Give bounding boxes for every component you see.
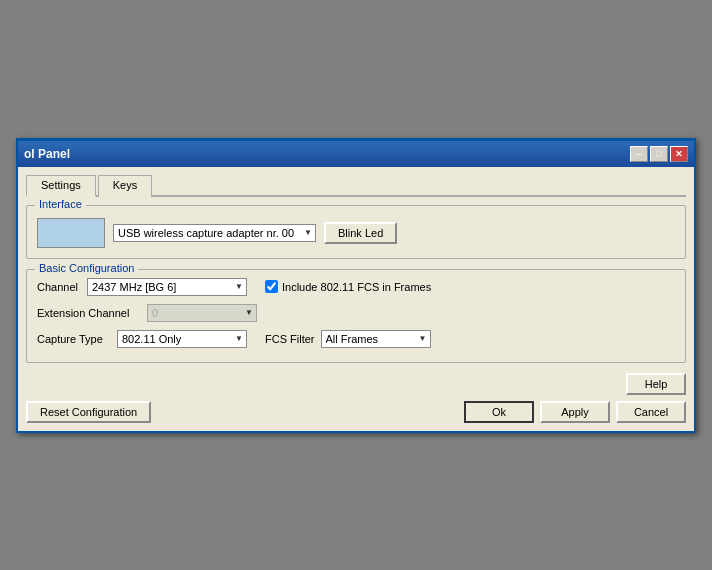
fcs-filter-select[interactable]: All Frames bbox=[321, 330, 431, 348]
fcs-filter-label: FCS Filter bbox=[265, 333, 315, 345]
bottom-buttons: Reset Configuration Ok Apply Cancel bbox=[26, 401, 686, 423]
tab-bar: Settings Keys bbox=[26, 173, 686, 197]
blink-led-button[interactable]: Blink Led bbox=[324, 222, 397, 244]
ok-button[interactable]: Ok bbox=[464, 401, 534, 423]
basic-config-label: Basic Configuration bbox=[35, 262, 138, 274]
basic-config-group: Basic Configuration Channel 2437 MHz [BG… bbox=[26, 269, 686, 363]
close-button[interactable]: ✕ bbox=[670, 146, 688, 162]
cancel-button[interactable]: Cancel bbox=[616, 401, 686, 423]
capture-type-label: Capture Type bbox=[37, 333, 117, 345]
adapter-preview bbox=[37, 218, 105, 248]
reset-button[interactable]: Reset Configuration bbox=[26, 401, 151, 423]
capture-type-select[interactable]: 802.11 Only bbox=[117, 330, 247, 348]
adapter-select-wrapper: USB wireless capture adapter nr. 00 bbox=[113, 224, 316, 242]
maximize-button[interactable]: □ bbox=[650, 146, 668, 162]
help-button[interactable]: Help bbox=[626, 373, 686, 395]
interface-group-label: Interface bbox=[35, 198, 86, 210]
include-fcs-checkbox[interactable] bbox=[265, 280, 278, 293]
include-fcs-label: Include 802.11 FCS in Frames bbox=[282, 281, 431, 293]
interface-group: Interface USB wireless capture adapter n… bbox=[26, 205, 686, 259]
title-bar: ol Panel ─ □ ✕ bbox=[18, 141, 694, 167]
channel-label: Channel bbox=[37, 281, 87, 293]
fcs-filter-wrapper: All Frames bbox=[321, 330, 431, 348]
title-bar-buttons: ─ □ ✕ bbox=[630, 146, 688, 162]
capture-type-wrapper: 802.11 Only bbox=[117, 330, 247, 348]
adapter-select[interactable]: USB wireless capture adapter nr. 00 bbox=[113, 224, 316, 242]
extension-channel-label: Extension Channel bbox=[37, 307, 147, 319]
interface-row: USB wireless capture adapter nr. 00 Blin… bbox=[37, 218, 675, 248]
extension-channel-wrapper: 0 bbox=[147, 304, 257, 322]
apply-button[interactable]: Apply bbox=[540, 401, 610, 423]
minimize-button[interactable]: ─ bbox=[630, 146, 648, 162]
window-title: ol Panel bbox=[24, 147, 70, 161]
capture-type-row: Capture Type 802.11 Only FCS Filter All … bbox=[37, 330, 675, 348]
dialog-content: Settings Keys Interface USB wireless cap… bbox=[18, 167, 694, 431]
channel-select-wrapper: 2437 MHz [BG 6] bbox=[87, 278, 247, 296]
tab-settings[interactable]: Settings bbox=[26, 175, 96, 197]
extension-channel-select[interactable]: 0 bbox=[147, 304, 257, 322]
include-fcs-row: Include 802.11 FCS in Frames bbox=[265, 280, 431, 293]
help-row: Help bbox=[26, 373, 686, 395]
main-window: ol Panel ─ □ ✕ Settings Keys Interface U… bbox=[16, 138, 696, 433]
channel-select[interactable]: 2437 MHz [BG 6] bbox=[87, 278, 247, 296]
extension-channel-row: Extension Channel 0 bbox=[37, 304, 675, 322]
channel-row: Channel 2437 MHz [BG 6] Include 802.11 F… bbox=[37, 278, 675, 296]
tab-keys[interactable]: Keys bbox=[98, 175, 152, 197]
bottom-right-buttons: Ok Apply Cancel bbox=[464, 401, 686, 423]
